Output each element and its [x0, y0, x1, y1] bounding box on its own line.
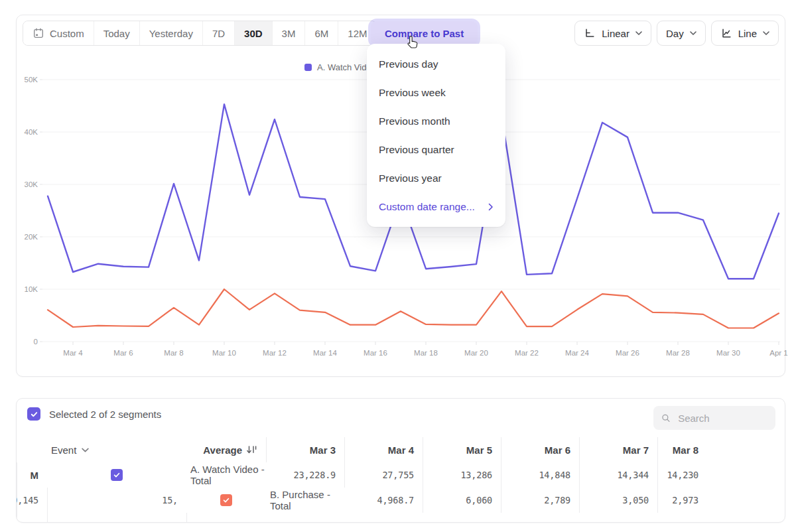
range-30d[interactable]: 30D [234, 21, 272, 45]
menu-item-previous-quarter[interactable]: Previous quarter [367, 135, 505, 164]
table-cell: 30,145 [17, 488, 47, 513]
select-all-checkbox[interactable] [27, 407, 40, 421]
chevron-right-icon [488, 203, 494, 211]
hand-pointer-cursor-icon [405, 35, 419, 50]
menu-item-previous-year[interactable]: Previous year [367, 164, 505, 192]
column-header-mar-4[interactable]: Mar 4 [344, 437, 423, 462]
row-checkbox[interactable] [186, 488, 266, 513]
calendar-icon [33, 27, 44, 39]
check-icon [113, 471, 121, 479]
compare-to-past-menu: Previous dayPrevious weekPrevious monthP… [367, 44, 505, 227]
table-cell: 6,060 [423, 488, 501, 513]
table-cell-label: 2,973 [672, 495, 698, 505]
table-cell-label: 14,230 [667, 470, 698, 480]
table-cell-label: 4,968.7 [377, 495, 415, 505]
column-header-mar-5-label: Mar 5 [466, 444, 492, 456]
linear-scale-icon [584, 27, 596, 39]
legend-swatch [304, 64, 312, 71]
scale-dropdown[interactable]: Linear [574, 21, 651, 46]
table-cell-label: 3, [247, 520, 257, 523]
table-cell: 2,925 [17, 513, 47, 523]
chevron-down-icon [82, 448, 89, 452]
sort-descending-icon [247, 445, 257, 454]
table-cell: 14,344 [579, 462, 657, 488]
column-header-mar-7[interactable]: Mar 7 [579, 437, 657, 462]
table-cell: 23,228.9 [266, 462, 344, 488]
table-cell: 3, [186, 513, 266, 523]
compare-to-past-button[interactable]: Compare to Past [371, 21, 478, 45]
table-cell-label: 27,755 [382, 470, 414, 480]
table-cell: 3,050 [579, 488, 657, 513]
menu-item-previous-day[interactable]: Previous day [367, 50, 505, 78]
search-icon [661, 413, 671, 424]
menu-item-previous-month[interactable]: Previous month [367, 107, 505, 135]
range-3m[interactable]: 3M [272, 21, 305, 45]
menu-item-custom-date-range[interactable]: Custom date range... [367, 192, 505, 221]
column-header-mar-5[interactable]: Mar 5 [423, 437, 501, 462]
table-cell-label: 3,050 [622, 495, 649, 505]
row-label: B. Purchase - Total [266, 488, 344, 513]
column-header-average-label: Average [203, 444, 242, 456]
analytics-dashboard: CustomTodayYesterday7D30D3M6M12M Compare… [0, 0, 796, 532]
menu-item-label: Custom date range... [379, 201, 475, 213]
chevron-down-icon [690, 31, 696, 35]
range-custom[interactable]: Custom [23, 21, 94, 45]
table-cell: 2,789 [501, 488, 579, 513]
range-label: 3M [282, 28, 296, 39]
table-cell: 14,848 [501, 462, 579, 488]
column-header-m-label: M [31, 470, 39, 481]
column-header-mar-3-label: Mar 3 [310, 444, 336, 456]
table-cell: 6,484 [47, 513, 186, 523]
range-today[interactable]: Today [94, 21, 139, 45]
table-cell-label: 14,344 [617, 470, 649, 480]
table-cell-label: 30,145 [16, 495, 38, 505]
table-cell-label: 6,484 [151, 520, 178, 523]
table-cell: 27,755 [344, 462, 423, 488]
range-yesterday[interactable]: Yesterday [139, 21, 202, 45]
column-header-mar-6-label: Mar 6 [545, 444, 570, 456]
row-label-label: A. Watch Video - Total [190, 464, 266, 486]
row-checkbox[interactable] [47, 462, 186, 488]
column-header-mar-8[interactable]: Mar 8 [657, 437, 707, 462]
date-range-control: CustomTodayYesterday7D30D3M6M12M [23, 21, 377, 46]
row-checkbox-box[interactable] [111, 469, 123, 481]
column-header-mar-4-label: Mar 4 [388, 444, 414, 456]
table-cell-label: 13,286 [460, 470, 492, 480]
column-header-mar-6[interactable]: Mar 6 [501, 437, 579, 462]
table-cell-label: 6,060 [466, 495, 492, 505]
header-spacer [17, 437, 47, 462]
table-cell: 13,286 [423, 462, 501, 488]
search-box[interactable] [653, 406, 775, 430]
interval-dropdown[interactable]: Day [657, 21, 706, 46]
menu-item-previous-week[interactable]: Previous week [367, 78, 505, 107]
range-label: Today [103, 28, 130, 39]
range-7d[interactable]: 7D [202, 21, 234, 45]
chart-type-label: Line [738, 28, 757, 39]
search-input[interactable] [677, 412, 767, 425]
row-checkbox-box[interactable] [220, 494, 232, 506]
row-label: A. Watch Video - Total [186, 462, 266, 488]
column-header-event[interactable]: Event [47, 437, 186, 462]
range-label: Yesterday [149, 28, 193, 39]
check-icon [222, 496, 230, 504]
check-icon [30, 410, 38, 419]
interval-label: Day [666, 28, 684, 39]
segments-table: EventAverageMar 3Mar 4Mar 5Mar 6Mar 7Mar… [17, 437, 707, 523]
chart-legend[interactable]: A. Watch Video [304, 62, 376, 72]
column-header-mar-3[interactable]: Mar 3 [266, 437, 344, 462]
chevron-down-icon [763, 31, 769, 35]
table-cell-label: 23,228.9 [294, 470, 336, 480]
table-cell-label: 14,848 [539, 470, 570, 480]
column-header-mar-8-label: Mar 8 [673, 444, 698, 456]
segments-table-card: Selected 2 of 2 segments EventAverageMar… [16, 398, 785, 523]
table-cell: 4,968.7 [344, 488, 423, 513]
chart-controls: Linear Day Line [574, 21, 779, 46]
table-cell: 15, [47, 488, 186, 513]
range-6m[interactable]: 6M [304, 21, 338, 45]
row-label-label: B. Purchase - Total [270, 489, 344, 511]
column-header-m[interactable]: M [17, 462, 47, 488]
selected-count-label: Selected 2 of 2 segments [49, 409, 161, 420]
column-header-average[interactable]: Average [186, 437, 266, 462]
table-cell-label: 15, [162, 495, 178, 505]
chart-type-dropdown[interactable]: Line [711, 21, 779, 46]
